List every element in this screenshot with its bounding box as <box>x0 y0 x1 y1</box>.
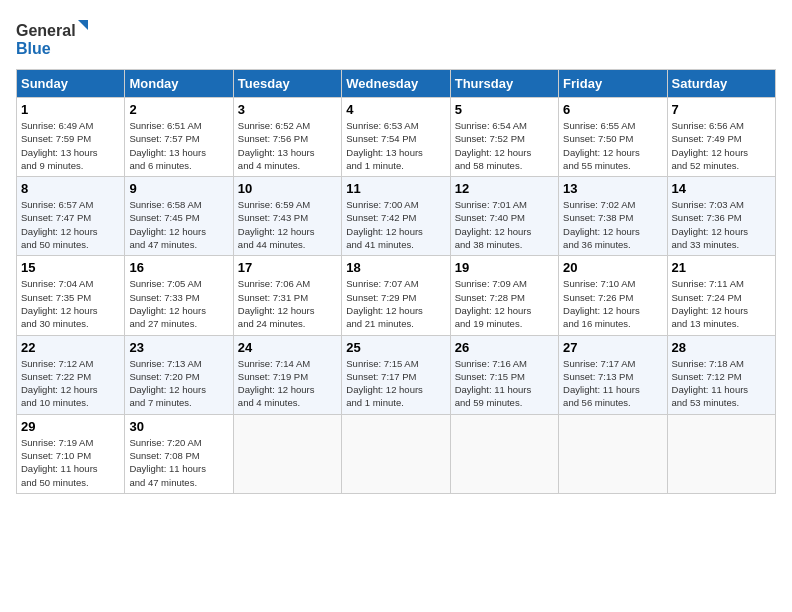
calendar-cell: 8Sunrise: 6:57 AM Sunset: 7:47 PM Daylig… <box>17 177 125 256</box>
calendar-cell: 3Sunrise: 6:52 AM Sunset: 7:56 PM Daylig… <box>233 98 341 177</box>
calendar-cell <box>233 414 341 493</box>
calendar-cell: 19Sunrise: 7:09 AM Sunset: 7:28 PM Dayli… <box>450 256 558 335</box>
day-detail: Sunrise: 7:00 AM Sunset: 7:42 PM Dayligh… <box>346 198 445 251</box>
day-number: 22 <box>21 340 120 355</box>
logo-svg: GeneralBlue <box>16 16 96 61</box>
day-number: 21 <box>672 260 771 275</box>
calendar-cell: 23Sunrise: 7:13 AM Sunset: 7:20 PM Dayli… <box>125 335 233 414</box>
day-detail: Sunrise: 7:15 AM Sunset: 7:17 PM Dayligh… <box>346 357 445 410</box>
calendar-cell: 22Sunrise: 7:12 AM Sunset: 7:22 PM Dayli… <box>17 335 125 414</box>
day-detail: Sunrise: 6:55 AM Sunset: 7:50 PM Dayligh… <box>563 119 662 172</box>
calendar-cell: 18Sunrise: 7:07 AM Sunset: 7:29 PM Dayli… <box>342 256 450 335</box>
calendar-cell: 27Sunrise: 7:17 AM Sunset: 7:13 PM Dayli… <box>559 335 667 414</box>
calendar-cell: 14Sunrise: 7:03 AM Sunset: 7:36 PM Dayli… <box>667 177 775 256</box>
day-number: 23 <box>129 340 228 355</box>
svg-text:Blue: Blue <box>16 40 51 57</box>
day-detail: Sunrise: 7:01 AM Sunset: 7:40 PM Dayligh… <box>455 198 554 251</box>
week-row-1: 1Sunrise: 6:49 AM Sunset: 7:59 PM Daylig… <box>17 98 776 177</box>
day-detail: Sunrise: 7:10 AM Sunset: 7:26 PM Dayligh… <box>563 277 662 330</box>
day-detail: Sunrise: 7:03 AM Sunset: 7:36 PM Dayligh… <box>672 198 771 251</box>
col-header-thursday: Thursday <box>450 70 558 98</box>
day-detail: Sunrise: 7:05 AM Sunset: 7:33 PM Dayligh… <box>129 277 228 330</box>
day-detail: Sunrise: 6:52 AM Sunset: 7:56 PM Dayligh… <box>238 119 337 172</box>
day-detail: Sunrise: 7:17 AM Sunset: 7:13 PM Dayligh… <box>563 357 662 410</box>
calendar-cell: 13Sunrise: 7:02 AM Sunset: 7:38 PM Dayli… <box>559 177 667 256</box>
calendar-cell: 29Sunrise: 7:19 AM Sunset: 7:10 PM Dayli… <box>17 414 125 493</box>
week-row-2: 8Sunrise: 6:57 AM Sunset: 7:47 PM Daylig… <box>17 177 776 256</box>
day-number: 25 <box>346 340 445 355</box>
day-detail: Sunrise: 7:13 AM Sunset: 7:20 PM Dayligh… <box>129 357 228 410</box>
calendar-cell: 28Sunrise: 7:18 AM Sunset: 7:12 PM Dayli… <box>667 335 775 414</box>
calendar-cell <box>450 414 558 493</box>
calendar-cell: 24Sunrise: 7:14 AM Sunset: 7:19 PM Dayli… <box>233 335 341 414</box>
day-detail: Sunrise: 7:04 AM Sunset: 7:35 PM Dayligh… <box>21 277 120 330</box>
day-detail: Sunrise: 6:53 AM Sunset: 7:54 PM Dayligh… <box>346 119 445 172</box>
day-number: 9 <box>129 181 228 196</box>
col-header-saturday: Saturday <box>667 70 775 98</box>
calendar-cell: 9Sunrise: 6:58 AM Sunset: 7:45 PM Daylig… <box>125 177 233 256</box>
day-detail: Sunrise: 6:56 AM Sunset: 7:49 PM Dayligh… <box>672 119 771 172</box>
day-number: 27 <box>563 340 662 355</box>
calendar-cell: 20Sunrise: 7:10 AM Sunset: 7:26 PM Dayli… <box>559 256 667 335</box>
day-detail: Sunrise: 6:58 AM Sunset: 7:45 PM Dayligh… <box>129 198 228 251</box>
calendar-cell: 26Sunrise: 7:16 AM Sunset: 7:15 PM Dayli… <box>450 335 558 414</box>
calendar-table: SundayMondayTuesdayWednesdayThursdayFrid… <box>16 69 776 494</box>
col-header-wednesday: Wednesday <box>342 70 450 98</box>
day-number: 24 <box>238 340 337 355</box>
day-detail: Sunrise: 7:06 AM Sunset: 7:31 PM Dayligh… <box>238 277 337 330</box>
day-detail: Sunrise: 7:14 AM Sunset: 7:19 PM Dayligh… <box>238 357 337 410</box>
calendar-cell: 2Sunrise: 6:51 AM Sunset: 7:57 PM Daylig… <box>125 98 233 177</box>
calendar-cell: 12Sunrise: 7:01 AM Sunset: 7:40 PM Dayli… <box>450 177 558 256</box>
logo: GeneralBlue <box>16 16 96 61</box>
day-number: 13 <box>563 181 662 196</box>
day-number: 19 <box>455 260 554 275</box>
day-detail: Sunrise: 7:19 AM Sunset: 7:10 PM Dayligh… <box>21 436 120 489</box>
week-row-4: 22Sunrise: 7:12 AM Sunset: 7:22 PM Dayli… <box>17 335 776 414</box>
day-number: 18 <box>346 260 445 275</box>
calendar-cell: 7Sunrise: 6:56 AM Sunset: 7:49 PM Daylig… <box>667 98 775 177</box>
day-number: 6 <box>563 102 662 117</box>
week-row-5: 29Sunrise: 7:19 AM Sunset: 7:10 PM Dayli… <box>17 414 776 493</box>
day-detail: Sunrise: 7:11 AM Sunset: 7:24 PM Dayligh… <box>672 277 771 330</box>
day-number: 12 <box>455 181 554 196</box>
day-number: 4 <box>346 102 445 117</box>
col-header-tuesday: Tuesday <box>233 70 341 98</box>
calendar-cell: 25Sunrise: 7:15 AM Sunset: 7:17 PM Dayli… <box>342 335 450 414</box>
day-number: 20 <box>563 260 662 275</box>
day-number: 26 <box>455 340 554 355</box>
day-detail: Sunrise: 7:07 AM Sunset: 7:29 PM Dayligh… <box>346 277 445 330</box>
day-number: 1 <box>21 102 120 117</box>
day-number: 15 <box>21 260 120 275</box>
calendar-cell: 17Sunrise: 7:06 AM Sunset: 7:31 PM Dayli… <box>233 256 341 335</box>
day-number: 5 <box>455 102 554 117</box>
calendar-cell <box>667 414 775 493</box>
week-row-3: 15Sunrise: 7:04 AM Sunset: 7:35 PM Dayli… <box>17 256 776 335</box>
day-detail: Sunrise: 6:57 AM Sunset: 7:47 PM Dayligh… <box>21 198 120 251</box>
calendar-cell: 4Sunrise: 6:53 AM Sunset: 7:54 PM Daylig… <box>342 98 450 177</box>
calendar-cell: 30Sunrise: 7:20 AM Sunset: 7:08 PM Dayli… <box>125 414 233 493</box>
calendar-cell: 10Sunrise: 6:59 AM Sunset: 7:43 PM Dayli… <box>233 177 341 256</box>
calendar-cell: 1Sunrise: 6:49 AM Sunset: 7:59 PM Daylig… <box>17 98 125 177</box>
column-header-row: SundayMondayTuesdayWednesdayThursdayFrid… <box>17 70 776 98</box>
calendar-cell: 11Sunrise: 7:00 AM Sunset: 7:42 PM Dayli… <box>342 177 450 256</box>
col-header-monday: Monday <box>125 70 233 98</box>
day-number: 8 <box>21 181 120 196</box>
day-number: 29 <box>21 419 120 434</box>
day-number: 3 <box>238 102 337 117</box>
day-number: 30 <box>129 419 228 434</box>
day-detail: Sunrise: 7:16 AM Sunset: 7:15 PM Dayligh… <box>455 357 554 410</box>
day-number: 10 <box>238 181 337 196</box>
calendar-cell: 21Sunrise: 7:11 AM Sunset: 7:24 PM Dayli… <box>667 256 775 335</box>
day-detail: Sunrise: 7:12 AM Sunset: 7:22 PM Dayligh… <box>21 357 120 410</box>
day-number: 16 <box>129 260 228 275</box>
day-number: 17 <box>238 260 337 275</box>
day-number: 14 <box>672 181 771 196</box>
day-detail: Sunrise: 6:49 AM Sunset: 7:59 PM Dayligh… <box>21 119 120 172</box>
day-detail: Sunrise: 7:18 AM Sunset: 7:12 PM Dayligh… <box>672 357 771 410</box>
calendar-cell: 15Sunrise: 7:04 AM Sunset: 7:35 PM Dayli… <box>17 256 125 335</box>
calendar-cell: 16Sunrise: 7:05 AM Sunset: 7:33 PM Dayli… <box>125 256 233 335</box>
day-number: 7 <box>672 102 771 117</box>
calendar-cell <box>559 414 667 493</box>
svg-marker-2 <box>78 20 88 30</box>
calendar-cell: 6Sunrise: 6:55 AM Sunset: 7:50 PM Daylig… <box>559 98 667 177</box>
